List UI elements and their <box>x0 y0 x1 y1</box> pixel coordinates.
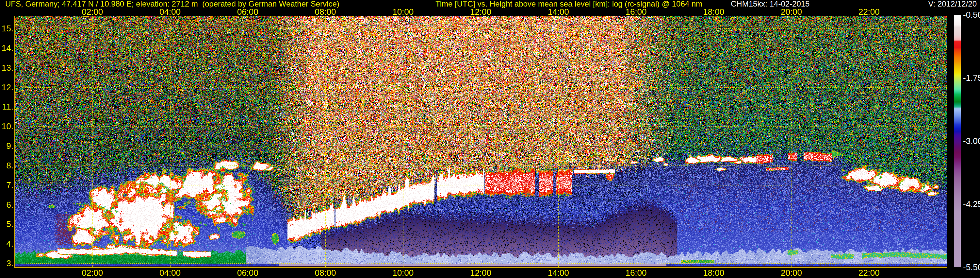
ceilometer-heatmap-canvas <box>15 16 947 267</box>
colorbar-tick-label: -0.50 <box>963 10 980 19</box>
x-tick-label-bottom: 16:00 <box>613 268 659 277</box>
x-tick-label-top: 22:00 <box>846 8 892 16</box>
ceilometer-quicklook-app: UFS, Germany; 47.417 N / 10.980 E; eleva… <box>0 0 980 278</box>
plot-frame <box>14 16 947 268</box>
x-tick-label-bottom: 18:00 <box>691 268 737 277</box>
x-tick-label-bottom: 22:00 <box>846 268 892 277</box>
y-tick-label: 11. <box>0 102 13 111</box>
y-tick-label: 10. <box>0 122 13 131</box>
x-tick-label-top: 10:00 <box>380 8 426 16</box>
x-tick-label-top: 20:00 <box>768 8 815 16</box>
y-tick-label: 6. <box>0 200 13 209</box>
y-tick-label: 9. <box>0 142 13 150</box>
x-tick-label-bottom: 04:00 <box>147 268 193 277</box>
y-tick-label: 14. <box>0 44 13 52</box>
x-tick-label-bottom: 12:00 <box>458 268 504 277</box>
x-tick-label-top: 14:00 <box>535 8 581 16</box>
x-tick-label-top: 18:00 <box>691 8 737 16</box>
x-tick-label-top: 08:00 <box>302 8 348 16</box>
colorbar-gradient <box>954 15 961 267</box>
colorbar-tick-label: -5.50 <box>963 263 980 272</box>
x-tick-label-top: 12:00 <box>458 8 504 16</box>
x-tick-label-bottom: 10:00 <box>380 268 426 277</box>
y-tick-label: 3. <box>0 259 13 268</box>
y-tick-label: 4. <box>0 240 13 248</box>
colorbar-tick-label: -1.75 <box>963 73 980 82</box>
y-tick-label: 13. <box>0 64 13 72</box>
y-tick-label: 8. <box>0 161 13 170</box>
x-tick-label-bottom: 08:00 <box>302 268 348 277</box>
x-tick-label-top: 02:00 <box>70 8 115 16</box>
colorbar-tick-label: -4.25 <box>963 200 980 208</box>
y-tick-label: 15. <box>0 24 13 33</box>
colorbar-tick-label: -3.00 <box>963 137 980 145</box>
x-tick-label-bottom: 20:00 <box>768 268 815 277</box>
software-version-label: V: 2012/12/20 <box>928 0 977 8</box>
x-tick-label-bottom: 14:00 <box>535 268 581 277</box>
y-tick-label: 5. <box>0 220 13 228</box>
x-tick-label-bottom: 02:00 <box>70 268 115 277</box>
x-tick-label-top: 04:00 <box>147 8 193 16</box>
x-tick-label-top: 06:00 <box>225 8 270 16</box>
x-tick-label-bottom: 06:00 <box>225 268 270 277</box>
x-tick-label-top: 16:00 <box>613 8 659 16</box>
y-tick-label: 7. <box>0 181 13 189</box>
y-tick-label: 12. <box>0 83 13 91</box>
